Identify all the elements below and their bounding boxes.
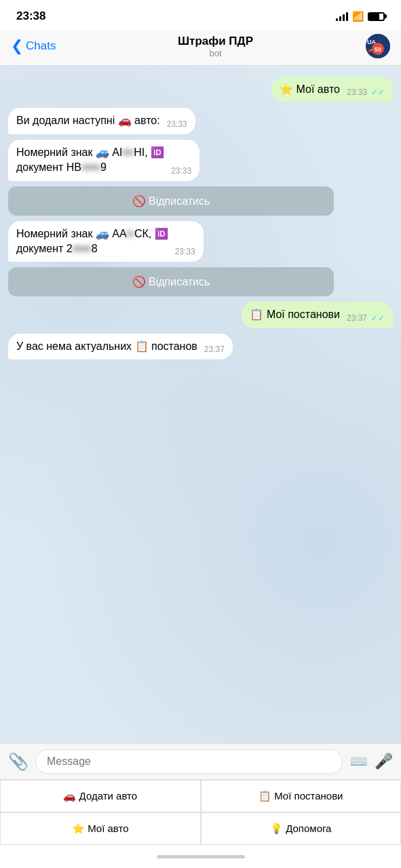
message-5: Номерний знак 🚙 АА••СК, 🆔 документ 2••••… (8, 221, 204, 262)
message-8: У вас нема актуальних 📋 постанов 23:37 (8, 334, 233, 359)
quick-buttons: 🚗 Додати авто 📋 Мої постанови ⭐ Мої авто… (0, 779, 401, 845)
message-text: Номерний знак 🚙 АА••СК, 🆔 документ 2••••… (16, 226, 168, 257)
message-ticks: ✓✓ (371, 87, 385, 97)
svg-text:50: 50 (375, 46, 381, 53)
nav-title: Штрафи ПДР (65, 35, 366, 48)
unsubscribe-button-1[interactable]: 🚫 Відписатись (8, 186, 334, 216)
quick-btn-label: 💡 Допомога (270, 823, 331, 835)
message-time: 23:33 (175, 247, 195, 256)
message-input[interactable] (35, 749, 343, 774)
message-text: Номерний знак 🚙 AI•••НІ, 🆔 документ НВ••… (16, 145, 164, 176)
chevron-left-icon: ❮ (11, 39, 23, 54)
message-time: 23:33 (167, 119, 187, 129)
avatar[interactable]: UA 50 🚗 (366, 34, 390, 58)
quick-btn-help[interactable]: 💡 Допомога (201, 812, 402, 845)
message-7: 📋 Мої постанови 23:37 ✓✓ (242, 302, 393, 328)
keyboard-icon[interactable]: ⌨️ (349, 753, 368, 770)
chat-area: ⭐ Мої авто 23:33 ✓✓ Ви додали наступні 🚗… (0, 66, 401, 743)
message-text: Ви додали наступні 🚗 авто: (16, 113, 160, 128)
attach-icon[interactable]: 📎 (8, 752, 28, 771)
message-time: 23:37 (347, 313, 367, 323)
nav-subtitle: bot (65, 48, 366, 58)
message-text: 📋 Мої постанови (250, 307, 340, 322)
signal-icon (336, 12, 348, 21)
home-indicator (0, 845, 401, 868)
wifi-icon: 📶 (352, 11, 364, 22)
message-ticks: ✓✓ (371, 313, 385, 323)
message-text: У вас нема актуальних 📋 постанов (16, 339, 197, 354)
message-1: ⭐ Мої авто 23:33 ✓✓ (271, 77, 393, 102)
svg-text:🚗: 🚗 (368, 47, 374, 53)
message-time: 23:33 (171, 166, 191, 176)
button-label: 🚫 Відписатись (132, 195, 210, 208)
button-label: 🚫 Відписатись (132, 275, 210, 288)
mic-icon[interactable]: 🎤 (375, 753, 393, 770)
message-2: Ви додали наступні 🚗 авто: 23:33 (8, 108, 195, 134)
nav-bar: ❮ Chats Штрафи ПДР bot UA 50 🚗 (0, 30, 401, 66)
quick-btn-my-cars[interactable]: ⭐ Мої авто (0, 812, 201, 845)
quick-btn-label: 🚗 Додати авто (63, 790, 137, 802)
message-time: 23:33 (347, 87, 367, 97)
input-bar: 📎 ⌨️ 🎤 (0, 743, 401, 779)
back-button[interactable]: ❮ Chats (11, 39, 65, 54)
message-time: 23:37 (204, 344, 225, 354)
quick-btn-label: 📋 Мої постанови (259, 790, 343, 802)
quick-btn-postanovy[interactable]: 📋 Мої постанови (201, 780, 402, 812)
quick-btn-add-car[interactable]: 🚗 Додати авто (0, 780, 201, 812)
nav-title-block: Штрафи ПДР bot (65, 35, 366, 58)
back-label: Chats (26, 39, 56, 53)
quick-btn-label: ⭐ Мої авто (72, 823, 129, 835)
status-bar: 23:38 📶 (0, 0, 401, 30)
unsubscribe-button-2[interactable]: 🚫 Відписатись (8, 267, 334, 296)
message-text: ⭐ Мої авто (280, 82, 340, 97)
home-bar (157, 855, 245, 859)
message-3: Номерний знак 🚙 AI•••НІ, 🆔 документ НВ••… (8, 140, 199, 181)
status-icons: 📶 (336, 11, 385, 22)
status-time: 23:38 (16, 9, 45, 23)
battery-icon (368, 12, 385, 21)
